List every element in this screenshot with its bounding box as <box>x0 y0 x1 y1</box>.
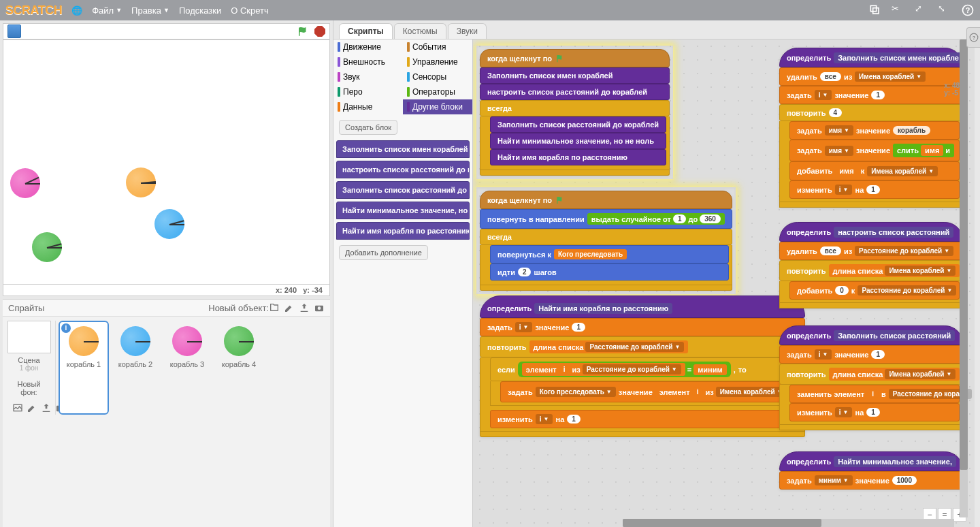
script-stack[interactable]: определить Заполнить список имен корабле… <box>779 48 963 208</box>
palette-block[interactable]: Найти минимальное значение, но н <box>336 202 470 219</box>
tab-scripts[interactable]: Скрипты <box>339 23 393 39</box>
script-stack[interactable]: определить Найти минимальное значение, з… <box>779 451 963 490</box>
script-stack[interactable]: когда щелкнут по Заполнить список имен к… <box>480 49 670 176</box>
category-Другие блоки[interactable]: Другие блоки <box>403 99 472 114</box>
horizontal-scrollbar[interactable] <box>623 519 954 527</box>
category-grid: ДвижениеСобытияВнешностьУправлениеЗвукСе… <box>333 39 472 114</box>
block-palette: ДвижениеСобытияВнешностьУправлениеЗвукСе… <box>333 39 473 527</box>
svg-point-5 <box>318 306 321 310</box>
palette-block[interactable]: Заполнить список расстояний до ко <box>336 181 470 199</box>
sprites-title: Спрайты <box>8 303 208 313</box>
category-Звук[interactable]: Звук <box>333 69 403 84</box>
backdrop-paint-icon[interactable] <box>27 402 37 413</box>
stage-coordinates: x: 240 y: -34 <box>3 285 330 296</box>
palette-block[interactable]: Заполнить список имен кораблей <box>336 140 470 158</box>
stop-icon[interactable] <box>314 26 325 37</box>
help-panel-toggle[interactable]: ? <box>966 27 980 48</box>
tab-sounds[interactable]: Звуки <box>448 23 487 39</box>
script-stack[interactable]: когда щелкнут по повернуть в направлении… <box>480 191 732 291</box>
sprite-info-icon[interactable]: i <box>61 323 71 333</box>
make-block-button[interactable]: Создать блок <box>339 120 397 135</box>
backdrop-library-icon[interactable] <box>12 402 23 413</box>
tab-costumes[interactable]: Костюмы <box>394 23 446 39</box>
add-extension-button[interactable]: Добавить дополнение <box>339 245 428 260</box>
new-object-label: Новый объект: <box>208 303 269 313</box>
category-Внешность[interactable]: Внешность <box>333 54 403 69</box>
scripts-coords: x: 48 y: -5 <box>944 82 960 97</box>
sprite-on-stage[interactable] <box>10 168 40 198</box>
category-Управление[interactable]: Управление <box>403 54 472 69</box>
script-stack[interactable]: определить настроить список расстояний у… <box>779 222 963 308</box>
sprite-thumbnail[interactable]: iкорабль 1 <box>59 321 109 415</box>
sprite-on-stage[interactable] <box>32 232 62 262</box>
stage[interactable] <box>3 39 330 285</box>
scripts-area[interactable]: когда щелкнут по Заполнить список имен к… <box>473 39 975 527</box>
upload-icon[interactable] <box>299 302 310 313</box>
menu-file[interactable]: Файл▼ <box>92 5 122 16</box>
menu-tips[interactable]: Подсказки <box>179 5 221 16</box>
menu-edit[interactable]: Правка▼ <box>131 5 169 16</box>
fullscreen-icon[interactable] <box>7 25 21 38</box>
sprite-on-stage[interactable] <box>126 167 156 197</box>
green-flag-icon[interactable] <box>297 25 309 37</box>
svg-text:?: ? <box>966 6 970 14</box>
stage-header <box>3 23 330 39</box>
palette-block[interactable]: настроить список расстояний до ко <box>336 161 470 178</box>
script-stack[interactable]: определить Заполнить список расстояний з… <box>779 325 963 430</box>
globe-icon[interactable]: 🌐 <box>71 5 82 16</box>
script-stack[interactable]: определить Найти имя корабля по расстоян… <box>480 296 805 437</box>
sprite-thumbnail[interactable]: корабль 3 <box>162 321 212 415</box>
category-События[interactable]: События <box>403 39 472 54</box>
library-icon[interactable] <box>269 302 280 313</box>
category-Движение[interactable]: Движение <box>333 39 403 54</box>
editor-tabs: Скрипты Костюмы Звуки <box>333 20 980 39</box>
category-Данные[interactable]: Данные <box>333 99 403 114</box>
grow-icon[interactable]: ⤢ <box>915 3 928 17</box>
category-Перо[interactable]: Перо <box>333 84 403 99</box>
sprite-thumbnail[interactable]: корабль 4 <box>214 321 264 415</box>
help-icon[interactable]: ? <box>961 3 975 17</box>
scratch-logo: SCRATCH <box>5 3 62 18</box>
new-backdrop-label: Новый фон: <box>12 380 46 396</box>
stage-thumbnail[interactable]: Сцена 1 фон Новый фон: <box>7 321 56 415</box>
paint-icon[interactable] <box>284 302 295 313</box>
duplicate-icon[interactable] <box>868 3 882 17</box>
category-Операторы[interactable]: Операторы <box>403 84 472 99</box>
category-Сенсоры[interactable]: Сенсоры <box>403 69 472 84</box>
svg-text:?: ? <box>972 35 975 41</box>
shrink-icon[interactable]: ⤡ <box>938 3 951 17</box>
vertical-scrollbar[interactable] <box>960 39 968 517</box>
sprite-panel: Спрайты Новый объект: Сцена 1 фон Новый … <box>3 299 330 527</box>
backdrop-upload-icon[interactable] <box>41 402 52 413</box>
sprite-on-stage[interactable] <box>154 209 184 239</box>
sprite-thumbnail[interactable]: корабль 2 <box>110 321 161 415</box>
camera-icon[interactable] <box>314 302 325 313</box>
palette-block[interactable]: Найти имя корабля по расстоянию <box>336 222 470 240</box>
menu-about[interactable]: О Скретч <box>231 5 269 16</box>
menubar: SCRATCH 🌐 Файл▼ Правка▼ Подсказки О Скре… <box>0 0 980 20</box>
scissors-icon[interactable]: ✂ <box>892 3 905 17</box>
